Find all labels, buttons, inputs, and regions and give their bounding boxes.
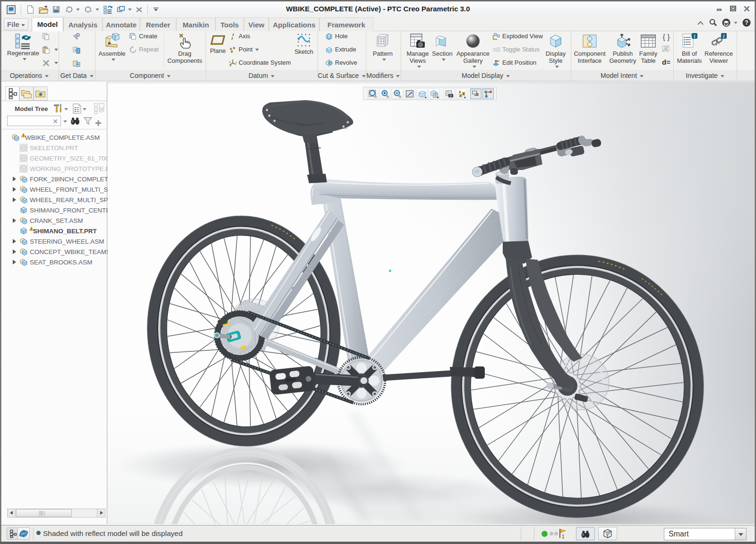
svg-text:i: i	[723, 34, 725, 39]
svg-text:x: x	[235, 61, 237, 64]
svg-text:i: i	[694, 34, 696, 39]
svg-text:z: z	[497, 60, 498, 62]
svg-text:y: y	[229, 60, 231, 63]
svg-text:z: z	[230, 64, 232, 67]
svg-text:1: 1	[562, 534, 565, 539]
svg-text:?: ?	[745, 19, 748, 26]
svg-text:d=: d=	[662, 58, 670, 66]
svg-text:{ }: { }	[662, 33, 670, 41]
